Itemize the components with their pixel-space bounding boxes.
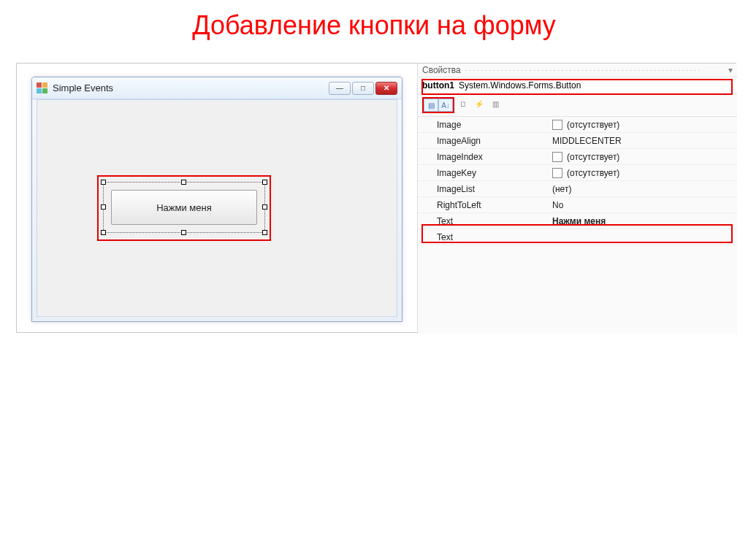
- color-swatch: [552, 120, 562, 130]
- color-swatch: [552, 168, 562, 178]
- property-value[interactable]: (отсутствует): [548, 168, 737, 178]
- drag-grip-icon: ········································…: [465, 66, 728, 74]
- pin-icon[interactable]: ▾: [728, 65, 733, 75]
- page-icon: ▥: [492, 100, 499, 108]
- properties-button[interactable]: 🗋: [456, 97, 470, 110]
- property-name: ImageAlign: [418, 136, 548, 146]
- resize-handle-e[interactable]: [262, 204, 267, 210]
- property-row[interactable]: ImageKey(отсутствует): [418, 165, 737, 181]
- resize-handle-s[interactable]: [181, 230, 186, 235]
- properties-icon: 🗋: [459, 100, 467, 108]
- properties-panel-title: Свойства: [422, 65, 461, 75]
- resize-handle-w[interactable]: [101, 204, 106, 210]
- property-name: ImageList: [418, 184, 548, 194]
- form-title: Simple Events: [53, 83, 113, 93]
- maximize-button[interactable]: □: [352, 82, 374, 95]
- property-pages-button[interactable]: ▥: [488, 97, 503, 110]
- app-icon: [37, 83, 48, 94]
- property-value[interactable]: (отсутствует): [548, 120, 737, 130]
- maximize-icon: □: [361, 84, 365, 92]
- highlight-object-selector: [421, 79, 733, 95]
- categorized-button[interactable]: ▤: [424, 99, 438, 112]
- highlight-text-property: [421, 224, 733, 243]
- property-value-text: (отсутствует): [567, 168, 619, 178]
- resize-handle-se[interactable]: [262, 230, 267, 235]
- screenshot-area: Simple Events — □ ✕ Нажми меня: [16, 63, 736, 333]
- property-value-text: No: [552, 200, 563, 210]
- property-value-text: (нет): [552, 184, 571, 194]
- designer-selection[interactable]: Нажми меня: [103, 182, 265, 233]
- events-button[interactable]: ⚡: [472, 97, 486, 110]
- alphabetical-icon: A↓: [441, 101, 450, 110]
- designed-button[interactable]: Нажми меня: [111, 190, 257, 225]
- property-name: ImageIndex: [418, 152, 548, 162]
- property-name: ImageKey: [418, 168, 548, 178]
- resize-handle-ne[interactable]: [262, 180, 267, 185]
- categorized-icon: ▤: [428, 101, 435, 110]
- minimize-button[interactable]: —: [329, 82, 351, 95]
- property-row[interactable]: RightToLeftNo: [418, 197, 737, 213]
- property-value-text: MIDDLECENTER: [552, 136, 622, 146]
- alphabetical-button[interactable]: A↓: [438, 99, 453, 112]
- property-row[interactable]: ImageAlignMIDDLECENTER: [418, 133, 737, 149]
- close-icon: ✕: [383, 84, 389, 92]
- resize-handle-sw[interactable]: [101, 230, 106, 235]
- property-name: Image: [418, 120, 548, 130]
- property-name: RightToLeft: [418, 200, 548, 210]
- property-value[interactable]: MIDDLECENTER: [548, 136, 737, 146]
- properties-panel: Свойства ·······························…: [417, 64, 737, 334]
- properties-toolbar: ▤ A↓ 🗋 ⚡ ▥: [418, 94, 737, 117]
- property-value[interactable]: (отсутствует): [548, 152, 737, 162]
- property-value[interactable]: (нет): [548, 184, 737, 194]
- property-value-text: (отсутствует): [567, 120, 619, 130]
- minimize-icon: —: [336, 84, 343, 92]
- property-row[interactable]: ImageIndex(отсутствует): [418, 149, 737, 165]
- color-swatch: [552, 152, 562, 162]
- property-value[interactable]: No: [548, 200, 737, 210]
- lightning-icon: ⚡: [475, 100, 484, 108]
- property-row[interactable]: Image(отсутствует): [418, 117, 737, 133]
- form-client-area[interactable]: Нажми меня: [37, 99, 397, 317]
- properties-panel-header[interactable]: Свойства ·······························…: [418, 64, 737, 77]
- property-value-text: (отсутствует): [567, 152, 619, 162]
- slide-title: Добавление кнопки на форму: [0, 0, 748, 45]
- property-row[interactable]: ImageList(нет): [418, 181, 737, 197]
- form-titlebar[interactable]: Simple Events — □ ✕: [32, 77, 402, 99]
- resize-handle-nw[interactable]: [101, 180, 106, 185]
- close-button[interactable]: ✕: [375, 82, 397, 95]
- form-designer-window: Simple Events — □ ✕ Нажми меня: [31, 77, 402, 322]
- highlight-toolbar-sort: ▤ A↓: [422, 97, 454, 113]
- resize-handle-n[interactable]: [181, 180, 186, 185]
